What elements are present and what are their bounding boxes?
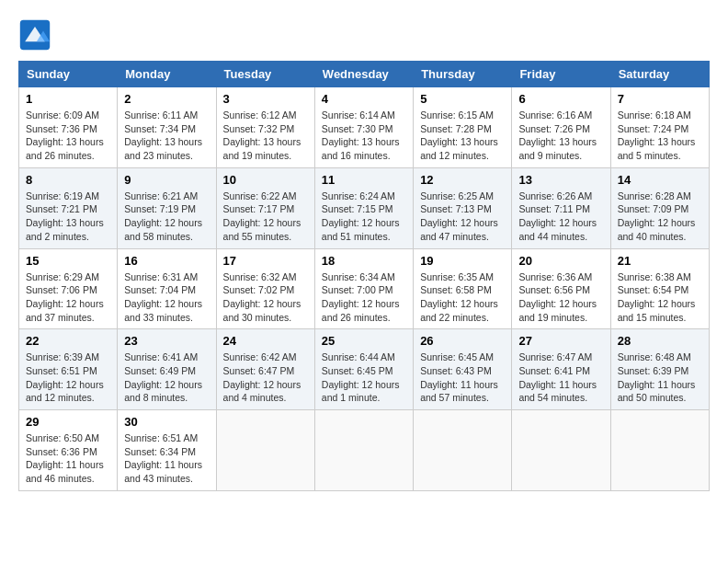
weekday-header-saturday: Saturday [610,62,709,87]
day-number: 10 [223,173,308,187]
calendar-cell: 27Sunrise: 6:47 AM Sunset: 6:41 PM Dayli… [512,329,610,410]
calendar-cell: 20Sunrise: 6:36 AM Sunset: 6:56 PM Dayli… [512,248,610,329]
day-number: 19 [420,254,505,268]
weekday-header-wednesday: Wednesday [314,62,413,87]
cell-content: Sunrise: 6:16 AM Sunset: 7:26 PM Dayligh… [518,109,603,163]
cell-content: Sunrise: 6:36 AM Sunset: 6:56 PM Dayligh… [518,270,603,325]
page-header [18,18,710,52]
day-number: 30 [124,415,209,429]
cell-content: Sunrise: 6:22 AM Sunset: 7:17 PM Dayligh… [223,190,308,244]
cell-content: Sunrise: 6:34 AM Sunset: 7:00 PM Dayligh… [322,270,406,325]
cell-content: Sunrise: 6:14 AM Sunset: 7:30 PM Dayligh… [322,109,406,163]
calendar-cell: 2Sunrise: 6:11 AM Sunset: 7:34 PM Daylig… [118,87,216,168]
calendar-cell: 7Sunrise: 6:18 AM Sunset: 7:24 PM Daylig… [610,87,709,168]
week-row-1: 8Sunrise: 6:19 AM Sunset: 7:21 PM Daylig… [19,167,710,248]
day-number: 17 [223,254,308,268]
calendar-cell: 30Sunrise: 6:51 AM Sunset: 6:34 PM Dayli… [118,410,216,491]
calendar-cell: 24Sunrise: 6:42 AM Sunset: 6:47 PM Dayli… [216,329,314,410]
cell-content: Sunrise: 6:32 AM Sunset: 7:02 PM Dayligh… [223,270,308,325]
calendar-cell [512,410,610,491]
day-number: 23 [124,334,209,348]
day-number: 18 [322,254,406,268]
calendar-cell: 29Sunrise: 6:50 AM Sunset: 6:36 PM Dayli… [19,410,118,491]
day-number: 21 [618,254,702,268]
calendar-cell: 1Sunrise: 6:09 AM Sunset: 7:36 PM Daylig… [19,87,118,168]
week-row-4: 29Sunrise: 6:50 AM Sunset: 6:36 PM Dayli… [19,410,710,491]
weekday-header-sunday: Sunday [19,62,118,87]
calendar-cell: 13Sunrise: 6:26 AM Sunset: 7:11 PM Dayli… [512,167,610,248]
logo [18,18,57,52]
weekday-header-monday: Monday [118,62,216,87]
weekday-header-friday: Friday [512,62,610,87]
weekday-row: SundayMondayTuesdayWednesdayThursdayFrid… [19,62,710,87]
day-number: 8 [26,173,110,187]
day-number: 13 [518,173,603,187]
calendar-cell: 28Sunrise: 6:48 AM Sunset: 6:39 PM Dayli… [610,329,709,410]
day-number: 5 [420,92,505,106]
cell-content: Sunrise: 6:18 AM Sunset: 7:24 PM Dayligh… [618,109,702,163]
calendar-cell: 21Sunrise: 6:38 AM Sunset: 6:54 PM Dayli… [610,248,709,329]
calendar-cell: 3Sunrise: 6:12 AM Sunset: 7:32 PM Daylig… [216,87,314,168]
cell-content: Sunrise: 6:48 AM Sunset: 6:39 PM Dayligh… [618,350,702,405]
day-number: 11 [322,173,406,187]
day-number: 20 [518,254,603,268]
calendar-cell: 18Sunrise: 6:34 AM Sunset: 7:00 PM Dayli… [314,248,413,329]
cell-content: Sunrise: 6:28 AM Sunset: 7:09 PM Dayligh… [618,190,702,244]
cell-content: Sunrise: 6:38 AM Sunset: 6:54 PM Dayligh… [618,270,702,325]
cell-content: Sunrise: 6:21 AM Sunset: 7:19 PM Dayligh… [124,190,209,244]
day-number: 7 [618,92,702,106]
calendar-header: SundayMondayTuesdayWednesdayThursdayFrid… [19,62,710,87]
day-number: 3 [223,92,308,106]
day-number: 27 [518,334,603,348]
day-number: 28 [618,334,702,348]
calendar-cell: 10Sunrise: 6:22 AM Sunset: 7:17 PM Dayli… [216,167,314,248]
calendar-body: 1Sunrise: 6:09 AM Sunset: 7:36 PM Daylig… [19,87,710,491]
cell-content: Sunrise: 6:35 AM Sunset: 6:58 PM Dayligh… [420,270,505,325]
calendar-cell: 22Sunrise: 6:39 AM Sunset: 6:51 PM Dayli… [19,329,118,410]
cell-content: Sunrise: 6:31 AM Sunset: 7:04 PM Dayligh… [124,270,209,325]
calendar-cell: 6Sunrise: 6:16 AM Sunset: 7:26 PM Daylig… [512,87,610,168]
calendar-cell: 14Sunrise: 6:28 AM Sunset: 7:09 PM Dayli… [610,167,709,248]
cell-content: Sunrise: 6:24 AM Sunset: 7:15 PM Dayligh… [322,190,406,244]
calendar-cell [314,410,413,491]
weekday-header-thursday: Thursday [414,62,512,87]
cell-content: Sunrise: 6:41 AM Sunset: 6:49 PM Dayligh… [124,350,209,405]
cell-content: Sunrise: 6:09 AM Sunset: 7:36 PM Dayligh… [26,109,110,163]
cell-content: Sunrise: 6:25 AM Sunset: 7:13 PM Dayligh… [420,190,505,244]
logo-icon [18,18,51,52]
cell-content: Sunrise: 6:50 AM Sunset: 6:36 PM Dayligh… [26,431,110,486]
cell-content: Sunrise: 6:42 AM Sunset: 6:47 PM Dayligh… [223,350,308,405]
week-row-0: 1Sunrise: 6:09 AM Sunset: 7:36 PM Daylig… [19,87,710,168]
day-number: 24 [223,334,308,348]
weekday-header-tuesday: Tuesday [216,62,314,87]
calendar-cell: 11Sunrise: 6:24 AM Sunset: 7:15 PM Dayli… [314,167,413,248]
day-number: 9 [124,173,209,187]
day-number: 2 [124,92,209,106]
cell-content: Sunrise: 6:51 AM Sunset: 6:34 PM Dayligh… [124,431,209,486]
calendar-cell: 17Sunrise: 6:32 AM Sunset: 7:02 PM Dayli… [216,248,314,329]
cell-content: Sunrise: 6:19 AM Sunset: 7:21 PM Dayligh… [26,190,110,244]
calendar-cell: 5Sunrise: 6:15 AM Sunset: 7:28 PM Daylig… [414,87,512,168]
calendar-cell: 4Sunrise: 6:14 AM Sunset: 7:30 PM Daylig… [314,87,413,168]
calendar-table: SundayMondayTuesdayWednesdayThursdayFrid… [18,61,710,491]
day-number: 16 [124,254,209,268]
calendar-cell [610,410,709,491]
day-number: 29 [26,415,110,429]
cell-content: Sunrise: 6:47 AM Sunset: 6:41 PM Dayligh… [518,350,603,405]
day-number: 22 [26,334,110,348]
calendar-cell: 16Sunrise: 6:31 AM Sunset: 7:04 PM Dayli… [118,248,216,329]
cell-content: Sunrise: 6:15 AM Sunset: 7:28 PM Dayligh… [420,109,505,163]
cell-content: Sunrise: 6:44 AM Sunset: 6:45 PM Dayligh… [322,350,406,405]
day-number: 4 [322,92,406,106]
calendar-cell [414,410,512,491]
week-row-3: 22Sunrise: 6:39 AM Sunset: 6:51 PM Dayli… [19,329,710,410]
day-number: 1 [26,92,110,106]
day-number: 15 [26,254,110,268]
calendar-cell: 23Sunrise: 6:41 AM Sunset: 6:49 PM Dayli… [118,329,216,410]
calendar-cell: 25Sunrise: 6:44 AM Sunset: 6:45 PM Dayli… [314,329,413,410]
calendar-cell: 19Sunrise: 6:35 AM Sunset: 6:58 PM Dayli… [414,248,512,329]
cell-content: Sunrise: 6:12 AM Sunset: 7:32 PM Dayligh… [223,109,308,163]
day-number: 25 [322,334,406,348]
cell-content: Sunrise: 6:29 AM Sunset: 7:06 PM Dayligh… [26,270,110,325]
week-row-2: 15Sunrise: 6:29 AM Sunset: 7:06 PM Dayli… [19,248,710,329]
